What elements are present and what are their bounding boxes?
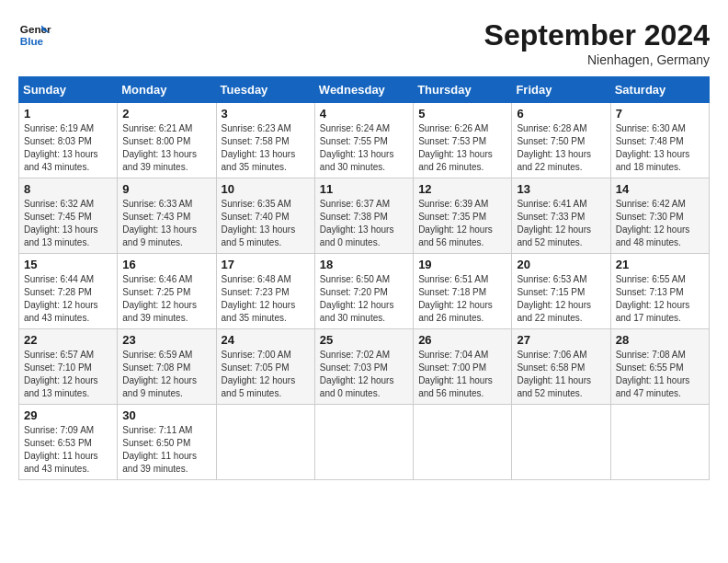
day-cell: 2Sunrise: 6:21 AMSunset: 8:00 PMDaylight… <box>118 103 216 178</box>
day-number: 20 <box>517 258 605 271</box>
day-info: Sunrise: 6:21 AMSunset: 8:00 PMDaylight:… <box>122 122 210 174</box>
day-cell: 6Sunrise: 6:28 AMSunset: 7:50 PMDaylight… <box>512 103 610 178</box>
day-info: Sunrise: 6:26 AMSunset: 7:53 PMDaylight:… <box>418 122 506 174</box>
day-info: Sunrise: 6:46 AMSunset: 7:25 PMDaylight:… <box>122 273 210 325</box>
day-number: 14 <box>616 182 704 196</box>
day-info: Sunrise: 7:06 AMSunset: 6:58 PMDaylight:… <box>517 349 605 400</box>
day-info: Sunrise: 6:59 AMSunset: 7:08 PMDaylight:… <box>122 349 210 400</box>
day-info: Sunrise: 6:32 AMSunset: 7:45 PMDaylight:… <box>24 198 112 249</box>
day-info: Sunrise: 6:55 AMSunset: 7:13 PMDaylight:… <box>616 273 704 325</box>
day-number: 10 <box>222 182 310 196</box>
day-info: Sunrise: 7:00 AMSunset: 7:05 PMDaylight:… <box>222 349 310 400</box>
header-saturday: Saturday <box>610 77 709 103</box>
day-info: Sunrise: 6:39 AMSunset: 7:35 PMDaylight:… <box>418 198 506 249</box>
day-number: 4 <box>320 107 408 121</box>
calendar-table: Sunday Monday Tuesday Wednesday Thursday… <box>18 76 710 480</box>
day-cell: 23Sunrise: 6:59 AMSunset: 7:08 PMDayligh… <box>118 329 216 405</box>
day-number: 30 <box>122 408 210 422</box>
day-info: Sunrise: 7:09 AMSunset: 6:53 PMDaylight:… <box>24 424 112 476</box>
svg-text:Blue: Blue <box>20 35 44 47</box>
day-info: Sunrise: 7:02 AMSunset: 7:03 PMDaylight:… <box>320 349 408 400</box>
day-cell: 3Sunrise: 6:23 AMSunset: 7:58 PMDaylight… <box>216 103 314 178</box>
day-number: 24 <box>222 333 310 347</box>
header-sunday: Sunday <box>19 77 118 103</box>
month-title: September 2024 <box>484 18 710 52</box>
week-row-4: 22Sunrise: 6:57 AMSunset: 7:10 PMDayligh… <box>19 329 710 405</box>
day-info: Sunrise: 6:50 AMSunset: 7:20 PMDaylight:… <box>320 273 408 325</box>
day-cell: 18Sunrise: 6:50 AMSunset: 7:20 PMDayligh… <box>314 254 413 329</box>
day-info: Sunrise: 7:08 AMSunset: 6:55 PMDaylight:… <box>616 349 704 400</box>
day-number: 26 <box>418 333 506 347</box>
day-cell: 17Sunrise: 6:48 AMSunset: 7:23 PMDayligh… <box>216 254 314 329</box>
svg-text:General: General <box>20 23 51 35</box>
day-number: 21 <box>616 258 704 271</box>
day-cell <box>314 405 413 480</box>
day-info: Sunrise: 6:37 AMSunset: 7:38 PMDaylight:… <box>320 198 408 249</box>
day-number: 22 <box>24 333 112 347</box>
day-info: Sunrise: 6:30 AMSunset: 7:48 PMDaylight:… <box>616 122 704 174</box>
header-thursday: Thursday <box>414 77 512 103</box>
day-cell <box>216 405 314 480</box>
day-number: 5 <box>418 107 506 121</box>
day-number: 23 <box>122 333 210 347</box>
header-friday: Friday <box>512 77 610 103</box>
logo-icon: General Blue <box>18 18 51 52</box>
day-cell: 4Sunrise: 6:24 AMSunset: 7:55 PMDaylight… <box>314 103 413 178</box>
day-info: Sunrise: 6:44 AMSunset: 7:28 PMDaylight:… <box>24 273 112 325</box>
day-info: Sunrise: 7:04 AMSunset: 7:00 PMDaylight:… <box>418 349 506 400</box>
day-cell: 5Sunrise: 6:26 AMSunset: 7:53 PMDaylight… <box>414 103 512 178</box>
day-cell <box>610 405 709 480</box>
day-cell: 21Sunrise: 6:55 AMSunset: 7:13 PMDayligh… <box>610 254 709 329</box>
day-number: 17 <box>222 258 310 271</box>
day-number: 6 <box>517 107 605 121</box>
day-number: 3 <box>222 107 310 121</box>
day-cell: 25Sunrise: 7:02 AMSunset: 7:03 PMDayligh… <box>314 329 413 405</box>
day-number: 18 <box>320 258 408 271</box>
location-subtitle: Nienhagen, Germany <box>484 52 710 67</box>
day-info: Sunrise: 6:24 AMSunset: 7:55 PMDaylight:… <box>320 122 408 174</box>
day-number: 13 <box>517 182 605 196</box>
day-cell: 19Sunrise: 6:51 AMSunset: 7:18 PMDayligh… <box>414 254 512 329</box>
day-info: Sunrise: 6:53 AMSunset: 7:15 PMDaylight:… <box>517 273 605 325</box>
day-cell: 29Sunrise: 7:09 AMSunset: 6:53 PMDayligh… <box>19 405 118 480</box>
day-number: 11 <box>320 182 408 196</box>
week-row-2: 8Sunrise: 6:32 AMSunset: 7:45 PMDaylight… <box>19 178 710 254</box>
day-cell: 28Sunrise: 7:08 AMSunset: 6:55 PMDayligh… <box>610 329 709 405</box>
day-number: 28 <box>616 333 704 347</box>
day-cell: 30Sunrise: 7:11 AMSunset: 6:50 PMDayligh… <box>118 405 216 480</box>
day-number: 16 <box>122 258 210 271</box>
day-cell: 27Sunrise: 7:06 AMSunset: 6:58 PMDayligh… <box>512 329 610 405</box>
day-info: Sunrise: 6:23 AMSunset: 7:58 PMDaylight:… <box>222 122 310 174</box>
day-info: Sunrise: 6:35 AMSunset: 7:40 PMDaylight:… <box>222 198 310 249</box>
day-info: Sunrise: 6:28 AMSunset: 7:50 PMDaylight:… <box>517 122 605 174</box>
day-info: Sunrise: 6:42 AMSunset: 7:30 PMDaylight:… <box>616 198 704 249</box>
day-info: Sunrise: 6:19 AMSunset: 8:03 PMDaylight:… <box>24 122 112 174</box>
day-cell: 1Sunrise: 6:19 AMSunset: 8:03 PMDaylight… <box>19 103 118 178</box>
day-number: 15 <box>24 258 112 271</box>
day-cell: 9Sunrise: 6:33 AMSunset: 7:43 PMDaylight… <box>118 178 216 254</box>
day-cell: 10Sunrise: 6:35 AMSunset: 7:40 PMDayligh… <box>216 178 314 254</box>
day-number: 2 <box>122 107 210 121</box>
day-number: 29 <box>24 408 112 422</box>
day-info: Sunrise: 6:51 AMSunset: 7:18 PMDaylight:… <box>418 273 506 325</box>
week-row-3: 15Sunrise: 6:44 AMSunset: 7:28 PMDayligh… <box>19 254 710 329</box>
day-cell: 7Sunrise: 6:30 AMSunset: 7:48 PMDaylight… <box>610 103 709 178</box>
day-info: Sunrise: 6:33 AMSunset: 7:43 PMDaylight:… <box>122 198 210 249</box>
day-cell: 15Sunrise: 6:44 AMSunset: 7:28 PMDayligh… <box>19 254 118 329</box>
week-row-5: 29Sunrise: 7:09 AMSunset: 6:53 PMDayligh… <box>19 405 710 480</box>
logo: General Blue <box>18 18 51 52</box>
header-tuesday: Tuesday <box>216 77 314 103</box>
day-info: Sunrise: 6:41 AMSunset: 7:33 PMDaylight:… <box>517 198 605 249</box>
day-number: 9 <box>122 182 210 196</box>
day-number: 25 <box>320 333 408 347</box>
header-monday: Monday <box>118 77 216 103</box>
day-cell: 20Sunrise: 6:53 AMSunset: 7:15 PMDayligh… <box>512 254 610 329</box>
title-area: September 2024 Nienhagen, Germany <box>484 18 710 67</box>
day-cell: 13Sunrise: 6:41 AMSunset: 7:33 PMDayligh… <box>512 178 610 254</box>
day-cell: 14Sunrise: 6:42 AMSunset: 7:30 PMDayligh… <box>610 178 709 254</box>
day-info: Sunrise: 6:48 AMSunset: 7:23 PMDaylight:… <box>222 273 310 325</box>
day-cell: 26Sunrise: 7:04 AMSunset: 7:00 PMDayligh… <box>414 329 512 405</box>
day-cell: 12Sunrise: 6:39 AMSunset: 7:35 PMDayligh… <box>414 178 512 254</box>
day-number: 7 <box>616 107 704 121</box>
header-wednesday: Wednesday <box>314 77 413 103</box>
